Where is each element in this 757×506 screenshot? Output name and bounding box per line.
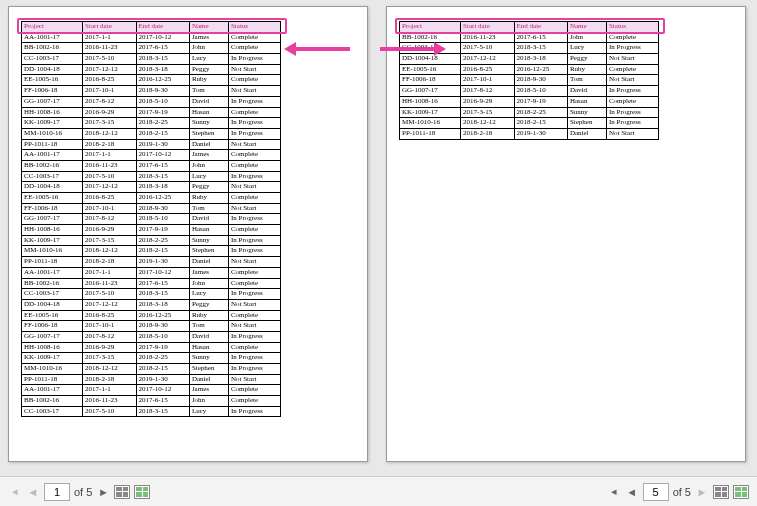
table-cell: Sunny	[189, 353, 228, 364]
table-cell: EE-1005-16	[400, 64, 461, 75]
table-cell: EE-1005-16	[22, 193, 83, 204]
table-cell: CC-1003-17	[22, 171, 83, 182]
table-cell: 2017-12-12	[83, 299, 136, 310]
table-row: MM-1010-162018-12-122018-2-15StephenIn P…	[22, 128, 281, 139]
table-cell: 2018-9-30	[136, 203, 189, 214]
table-cell: Peggy	[189, 64, 228, 75]
table-cell: GG-1007-17	[22, 96, 83, 107]
next-page-icon[interactable]: ►	[695, 486, 709, 498]
table-row: AA-1001-172017-1-12017-10-12JamesComplet…	[22, 385, 281, 396]
prev-page-icon[interactable]: ◄	[26, 486, 40, 498]
table-row: HH-1008-162016-9-292017-9-19HasanComplet…	[400, 96, 659, 107]
table-cell: Sunny	[567, 107, 606, 118]
pager-right: ◂ ◄ of 5 ►	[599, 477, 757, 506]
table-cell: 2017-6-15	[514, 32, 567, 43]
table-cell: 2018-3-15	[136, 54, 189, 65]
table-cell: James	[189, 385, 228, 396]
table-cell: Daniel	[567, 128, 606, 139]
table-cell: In Progress	[228, 96, 280, 107]
table-cell: James	[189, 150, 228, 161]
table-cell: 2017-10-12	[136, 385, 189, 396]
table-cell: 2018-3-18	[136, 182, 189, 193]
table-cell: Not Start	[228, 374, 280, 385]
page-number-input-right[interactable]	[643, 483, 669, 501]
table-cell: 2017-1-1	[83, 267, 136, 278]
table-row: HH-1008-162016-9-292017-9-19HasanComplet…	[22, 225, 281, 236]
table-cell: DD-1004-18	[22, 299, 83, 310]
table-cell: Tom	[567, 75, 606, 86]
table-cell: 2017-1-1	[83, 385, 136, 396]
table-cell: Complete	[228, 342, 280, 353]
table-cell: FF-1006-18	[22, 321, 83, 332]
table-cell: In Progress	[606, 107, 658, 118]
view-mode-normal-icon[interactable]	[114, 485, 130, 499]
table-cell: Stephen	[189, 246, 228, 257]
table-cell: Ruby	[189, 193, 228, 204]
table-cell: 2016-9-29	[83, 107, 136, 118]
table-cell: Tom	[189, 203, 228, 214]
project-table-left: ProjectStart dateEnd dateNameStatus AA-1…	[21, 21, 281, 417]
table-cell: 2017-10-12	[136, 267, 189, 278]
table-cell: PP-1011-18	[22, 139, 83, 150]
view-mode-normal-icon[interactable]	[713, 485, 729, 499]
page-number-input-left[interactable]	[44, 483, 70, 501]
table-cell: Ruby	[189, 75, 228, 86]
table-cell: BB-1002-16	[400, 32, 461, 43]
first-page-icon[interactable]: ◂	[607, 485, 621, 498]
table-cell: 2017-5-10	[83, 171, 136, 182]
arrow-to-right-header	[380, 47, 435, 51]
table-cell: FF-1006-18	[400, 75, 461, 86]
table-cell: 2016-12-25	[136, 75, 189, 86]
view-mode-margins-icon[interactable]	[134, 485, 150, 499]
table-cell: John	[189, 396, 228, 407]
table-cell: Not Start	[228, 299, 280, 310]
next-page-icon[interactable]: ►	[96, 486, 110, 498]
preview-footer: ◂ ◄ of 5 ► ◂ ◄ of 5 ►	[0, 476, 757, 506]
page-total-left: of 5	[74, 486, 92, 498]
table-cell: In Progress	[228, 353, 280, 364]
table-cell: 2016-11-23	[461, 32, 514, 43]
table-cell: Not Start	[228, 86, 280, 97]
table-cell: Tom	[189, 86, 228, 97]
table-cell: 2019-1-30	[136, 374, 189, 385]
table-cell: 2016-9-29	[83, 225, 136, 236]
table-cell: 2018-2-18	[83, 374, 136, 385]
table-cell: 2016-12-25	[514, 64, 567, 75]
table-cell: Complete	[228, 225, 280, 236]
table-cell: 2018-12-12	[83, 246, 136, 257]
table-cell: 2018-3-15	[136, 289, 189, 300]
table-cell: Not Start	[228, 203, 280, 214]
table-cell: In Progress	[228, 406, 280, 417]
table-cell: Daniel	[189, 139, 228, 150]
col-header: Start date	[461, 22, 514, 33]
table-cell: 2018-2-25	[136, 235, 189, 246]
table-cell: 2017-10-1	[461, 75, 514, 86]
table-cell: 2018-5-10	[136, 214, 189, 225]
table-cell: 2017-5-10	[83, 54, 136, 65]
table-cell: Not Start	[228, 64, 280, 75]
col-header: Status	[228, 22, 280, 33]
table-cell: 2017-12-12	[83, 64, 136, 75]
pager-left: ◂ ◄ of 5 ►	[0, 477, 158, 506]
arrow-to-left-header	[295, 47, 350, 51]
table-cell: 2018-2-18	[461, 128, 514, 139]
table-cell: PP-1011-18	[400, 128, 461, 139]
table-cell: Not Start	[228, 139, 280, 150]
table-cell: BB-1002-16	[22, 160, 83, 171]
table-cell: In Progress	[228, 364, 280, 375]
table-cell: 2018-5-10	[136, 331, 189, 342]
table-cell: 2017-8-12	[461, 86, 514, 97]
table-cell: HH-1008-16	[22, 107, 83, 118]
table-cell: BB-1002-16	[22, 43, 83, 54]
view-mode-margins-icon[interactable]	[733, 485, 749, 499]
table-cell: 2016-12-25	[136, 310, 189, 321]
table-cell: Lucy	[189, 406, 228, 417]
col-header: Name	[567, 22, 606, 33]
table-cell: 2018-9-30	[136, 321, 189, 332]
table-cell: 2018-9-30	[514, 75, 567, 86]
table-cell: MM-1010-16	[22, 246, 83, 257]
prev-page-icon[interactable]: ◄	[625, 486, 639, 498]
first-page-icon[interactable]: ◂	[8, 485, 22, 498]
table-cell: 2018-5-10	[514, 86, 567, 97]
table-cell: In Progress	[606, 43, 658, 54]
